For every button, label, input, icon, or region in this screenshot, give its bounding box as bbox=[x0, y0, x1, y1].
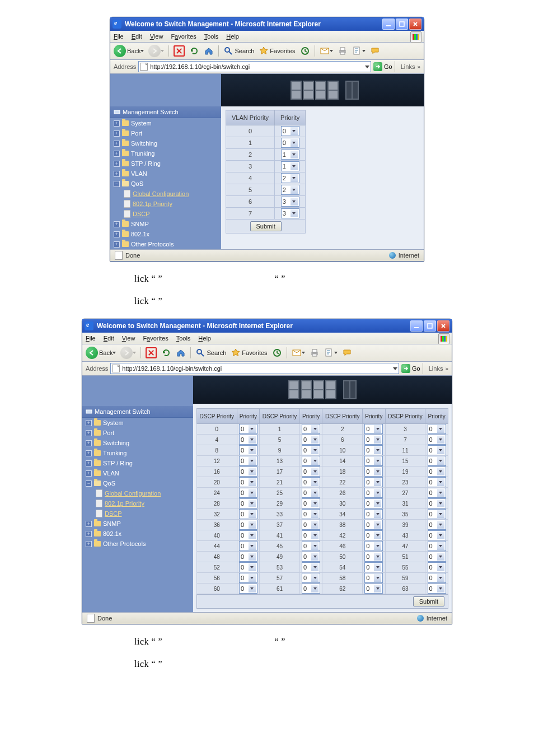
priority-select[interactable]: 0 bbox=[302, 530, 320, 540]
home-button[interactable] bbox=[176, 348, 186, 358]
links-label[interactable]: Links bbox=[429, 365, 443, 372]
go-button[interactable]: Go bbox=[373, 62, 392, 71]
tree-item-switching[interactable]: +Switching bbox=[110, 138, 221, 148]
tree-item-vlan[interactable]: +VLAN bbox=[110, 169, 221, 179]
priority-select[interactable]: 0 bbox=[239, 445, 257, 455]
tree-item-qos-global[interactable]: Global Configuration bbox=[110, 189, 221, 199]
priority-select[interactable]: 0 bbox=[239, 466, 257, 477]
menu-tools[interactable]: Tools bbox=[204, 33, 219, 40]
tree-item-other[interactable]: +Other Protocols bbox=[110, 239, 221, 249]
priority-select[interactable]: 3 bbox=[281, 197, 299, 207]
priority-select[interactable]: 0 bbox=[239, 552, 257, 562]
links-chevron-icon[interactable]: » bbox=[417, 64, 420, 70]
priority-select[interactable]: 0 bbox=[428, 498, 446, 508]
priority-select[interactable]: 0 bbox=[239, 509, 257, 519]
favorites-button[interactable]: Favorites bbox=[259, 46, 295, 56]
priority-select[interactable]: 0 bbox=[428, 466, 446, 477]
mail-button[interactable] bbox=[320, 46, 333, 56]
priority-select[interactable]: 0 bbox=[239, 424, 257, 434]
close-button[interactable] bbox=[409, 18, 421, 30]
tree-item-system[interactable]: +System bbox=[82, 418, 193, 428]
priority-select[interactable]: 0 bbox=[302, 445, 320, 455]
submit-button[interactable]: Submit bbox=[250, 221, 282, 231]
priority-select[interactable]: 0 bbox=[364, 530, 383, 540]
priority-select[interactable]: 0 bbox=[428, 552, 446, 562]
tree-item-port[interactable]: +Port bbox=[110, 128, 221, 138]
priority-select[interactable]: 0 bbox=[428, 541, 446, 551]
priority-select[interactable]: 1 bbox=[281, 150, 299, 160]
priority-select[interactable]: 0 bbox=[302, 488, 320, 498]
menu-favorites[interactable]: Favorites bbox=[171, 33, 196, 40]
priority-select[interactable]: 0 bbox=[364, 552, 383, 562]
mail-button[interactable] bbox=[292, 348, 305, 358]
history-button[interactable] bbox=[272, 348, 282, 358]
tree-item-trunking[interactable]: +Trunking bbox=[110, 148, 221, 158]
priority-select[interactable]: 0 bbox=[428, 509, 446, 519]
tree-item-8021x[interactable]: +802.1x bbox=[82, 529, 193, 539]
close-button[interactable] bbox=[437, 320, 449, 332]
priority-select[interactable]: 0 bbox=[239, 530, 257, 540]
priority-select[interactable]: 0 bbox=[364, 456, 383, 466]
priority-select[interactable]: 0 bbox=[364, 562, 383, 572]
tree-item-qos-dscp[interactable]: DSCP bbox=[82, 508, 193, 519]
edit-button[interactable] bbox=[352, 46, 366, 56]
priority-select[interactable]: 0 bbox=[302, 573, 320, 583]
back-button[interactable]: Back bbox=[86, 347, 116, 359]
refresh-button[interactable] bbox=[161, 348, 171, 358]
priority-select[interactable]: 0 bbox=[428, 477, 446, 487]
priority-select[interactable]: 0 bbox=[281, 138, 299, 148]
search-button[interactable]: Search bbox=[223, 46, 254, 56]
menu-edit[interactable]: Edit bbox=[104, 335, 114, 342]
discuss-button[interactable] bbox=[342, 348, 352, 358]
priority-select[interactable]: 0 bbox=[428, 573, 446, 583]
tree-item-switching[interactable]: +Switching bbox=[82, 438, 193, 448]
priority-select[interactable]: 0 bbox=[428, 488, 446, 498]
priority-select[interactable]: 0 bbox=[428, 584, 446, 594]
menu-tools[interactable]: Tools bbox=[176, 335, 191, 342]
search-button[interactable]: Search bbox=[195, 348, 226, 358]
menu-file[interactable]: File bbox=[114, 33, 124, 40]
priority-select[interactable]: 0 bbox=[364, 498, 383, 508]
tree-item-port[interactable]: +Port bbox=[82, 428, 193, 438]
priority-select[interactable]: 0 bbox=[239, 573, 257, 583]
priority-select[interactable]: 0 bbox=[428, 520, 446, 530]
minimize-button[interactable] bbox=[382, 18, 395, 30]
links-label[interactable]: Links bbox=[401, 63, 415, 70]
links-chevron-icon[interactable]: » bbox=[445, 366, 448, 372]
tree-item-8021x[interactable]: +802.1x bbox=[110, 229, 221, 239]
priority-select[interactable]: 2 bbox=[281, 173, 299, 183]
menu-help[interactable]: Help bbox=[226, 33, 239, 40]
tree-item-qos-global[interactable]: Global Configuration bbox=[82, 488, 193, 498]
menu-view[interactable]: View bbox=[122, 335, 135, 342]
back-button[interactable]: Back bbox=[114, 45, 144, 57]
refresh-button[interactable] bbox=[189, 46, 199, 56]
tree-item-system[interactable]: +System bbox=[110, 118, 221, 128]
priority-select[interactable]: 0 bbox=[302, 509, 320, 519]
submit-button[interactable]: Submit bbox=[413, 596, 444, 606]
priority-select[interactable]: 0 bbox=[302, 466, 320, 477]
minimize-button[interactable] bbox=[410, 320, 423, 332]
forward-button[interactable] bbox=[120, 347, 136, 359]
priority-select[interactable]: 0 bbox=[302, 477, 320, 487]
tree-item-qos-8021p[interactable]: 802.1p Priority bbox=[110, 199, 221, 209]
tree-item-qos-dscp[interactable]: DSCP bbox=[110, 209, 221, 219]
priority-select[interactable]: 0 bbox=[428, 456, 446, 466]
priority-select[interactable]: 0 bbox=[364, 435, 383, 445]
tree-item-snmp[interactable]: +SNMP bbox=[82, 519, 193, 529]
priority-select[interactable]: 0 bbox=[239, 584, 257, 594]
tree-root[interactable]: Management Switch bbox=[110, 106, 221, 118]
priority-select[interactable]: 0 bbox=[239, 488, 257, 498]
favorites-button[interactable]: Favorites bbox=[231, 348, 267, 358]
priority-select[interactable]: 0 bbox=[364, 520, 383, 530]
priority-select[interactable]: 0 bbox=[239, 435, 257, 445]
history-button[interactable] bbox=[300, 46, 310, 56]
priority-select[interactable]: 0 bbox=[428, 424, 446, 434]
priority-select[interactable]: 0 bbox=[302, 498, 320, 508]
edit-button[interactable] bbox=[324, 348, 338, 358]
tree-item-trunking[interactable]: +Trunking bbox=[82, 448, 193, 458]
priority-select[interactable]: 0 bbox=[428, 530, 446, 540]
address-dropdown-icon[interactable] bbox=[365, 66, 369, 68]
priority-select[interactable]: 0 bbox=[428, 562, 446, 572]
priority-select[interactable]: 0 bbox=[428, 435, 446, 445]
tree-item-qos[interactable]: −QoS bbox=[82, 478, 193, 488]
